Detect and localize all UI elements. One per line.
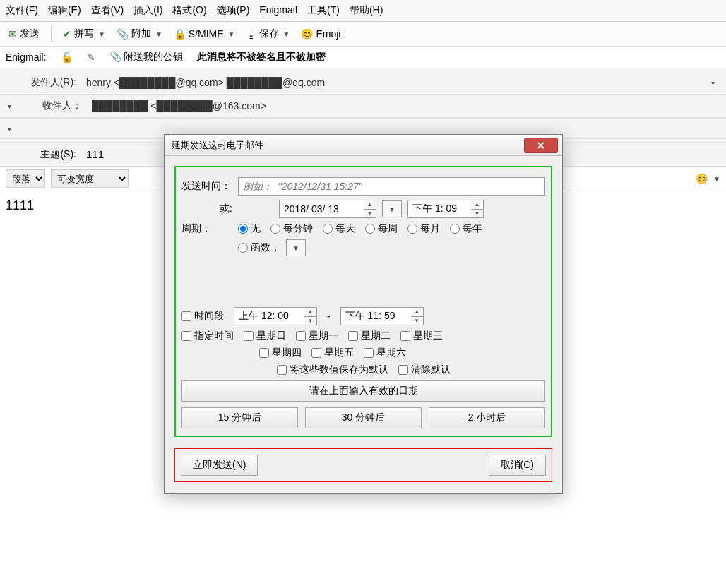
radio-per-week-input[interactable]	[365, 224, 375, 234]
checkbox-timerange-input[interactable]	[182, 311, 191, 321]
checkbox-clear-defaults-input[interactable]	[398, 365, 408, 375]
radio-none-input[interactable]	[238, 224, 248, 234]
radio-per-year-input[interactable]	[450, 224, 460, 234]
empty-recipient-value[interactable]	[89, 127, 720, 130]
time-picker[interactable]: 下午 1: 09 ▲▼	[407, 200, 484, 218]
time-spinner[interactable]: ▲▼	[471, 200, 484, 218]
checkbox-thursday[interactable]: 星期四	[259, 347, 302, 359]
enter-valid-date-button[interactable]: 请在上面输入有效的日期	[182, 380, 545, 402]
spinner-up-icon[interactable]: ▲	[304, 308, 316, 317]
send-later-dialog: 延期发送这封电子邮件 ✕ 发送时间： 或: 2018/ 03/ 13 ▲▼ ▼ …	[164, 134, 563, 494]
checkbox-friday-input[interactable]	[311, 348, 321, 358]
checkbox-clear-defaults[interactable]: 清除默认	[398, 364, 451, 376]
save-button[interactable]: ⭳ 保存 ▼	[244, 26, 293, 42]
checkbox-restrict-days[interactable]: 指定时间	[182, 330, 234, 342]
spellcheck-button[interactable]: ✔ 拼写 ▼	[60, 26, 108, 42]
spinner-up-icon[interactable]: ▲	[364, 200, 376, 210]
from-value[interactable]: henry <████████@qq.com> ████████@qq.com	[83, 76, 704, 90]
checkbox-tuesday[interactable]: 星期二	[348, 330, 391, 342]
date-picker[interactable]: 2018/ 03/ 13 ▲▼	[279, 200, 376, 218]
checkbox-save-defaults[interactable]: 将这些数值保存为默认	[277, 364, 388, 376]
font-family-select[interactable]: 可变宽度	[51, 169, 129, 188]
range-from-input[interactable]: 上午 12: 00	[234, 307, 304, 325]
checkbox-sunday-input[interactable]	[244, 331, 254, 341]
close-button[interactable]: ✕	[524, 138, 558, 153]
cancel-button[interactable]: 取消(C)	[489, 455, 546, 476]
chevron-down-icon[interactable]: ▾	[711, 79, 720, 87]
preset-15min-button[interactable]: 15 分钟后	[182, 407, 298, 428]
radio-per-month[interactable]: 每月	[407, 222, 440, 235]
checkbox-tuesday-input[interactable]	[348, 331, 358, 341]
time-input[interactable]: 下午 1: 09	[407, 200, 471, 218]
radio-per-week[interactable]: 每周	[365, 222, 398, 235]
radio-none[interactable]: 无	[238, 222, 261, 235]
menu-options[interactable]: 选项(P)	[217, 4, 250, 17]
spinner-down-icon[interactable]: ▼	[364, 210, 376, 218]
radio-per-month-input[interactable]	[407, 224, 417, 234]
pencil-icon[interactable]: ✎	[87, 52, 95, 63]
smime-button[interactable]: 🔒 S/MIME ▼	[171, 27, 238, 41]
dialog-titlebar[interactable]: 延期发送这封电子邮件 ✕	[165, 135, 562, 156]
menu-enigmail[interactable]: Enigmail	[259, 4, 297, 17]
radio-function-input[interactable]	[238, 243, 248, 253]
spinner-down-icon[interactable]: ▼	[471, 210, 483, 218]
menu-file[interactable]: 文件(F)	[6, 4, 38, 17]
menu-edit[interactable]: 编辑(E)	[48, 4, 81, 17]
checkbox-monday[interactable]: 星期一	[296, 330, 338, 342]
range-from-picker[interactable]: 上午 12: 00 ▲▼	[234, 307, 317, 325]
chevron-down-icon[interactable]: ▼	[713, 175, 720, 183]
radio-per-day-input[interactable]	[323, 224, 333, 234]
spinner-down-icon[interactable]: ▼	[411, 317, 423, 325]
to-label[interactable]: 收件人：	[20, 100, 82, 112]
chevron-down-icon[interactable]: ▾	[6, 125, 13, 133]
chevron-down-icon[interactable]: ▾	[6, 102, 13, 110]
attach-key-button[interactable]: 📎 附送我的公钥	[109, 51, 184, 64]
checkbox-wednesday[interactable]: 星期三	[400, 330, 443, 342]
spinner-up-icon[interactable]: ▲	[471, 200, 483, 210]
checkbox-thursday-input[interactable]	[259, 348, 269, 358]
checkbox-wednesday-input[interactable]	[400, 331, 410, 341]
spinner-up-icon[interactable]: ▲	[411, 308, 423, 317]
date-spinner[interactable]: ▲▼	[364, 200, 376, 218]
checkbox-save-defaults-input[interactable]	[277, 365, 287, 375]
menu-insert[interactable]: 插入(I)	[133, 4, 162, 17]
unlock-icon[interactable]: 🔓	[61, 52, 73, 63]
checkbox-friday[interactable]: 星期五	[311, 347, 354, 359]
checkbox-sunday[interactable]: 星期日	[244, 330, 286, 342]
date-input[interactable]: 2018/ 03/ 13	[279, 200, 364, 218]
preset-2hour-button[interactable]: 2 小时后	[429, 407, 545, 428]
checkbox-restrict-input[interactable]	[182, 331, 191, 341]
radio-per-minute[interactable]: 每分钟	[270, 222, 313, 235]
function-dropdown[interactable]: ▼	[286, 239, 306, 256]
date-dropdown-button[interactable]: ▼	[382, 200, 402, 217]
chevron-down-icon: ▼	[228, 30, 235, 38]
spinner-down-icon[interactable]: ▼	[304, 317, 316, 325]
to-value[interactable]: ████████ <████████@163.com>	[89, 99, 720, 113]
attach-button[interactable]: 📎 附加 ▼	[114, 26, 165, 42]
range-to-input[interactable]: 下午 11: 59	[340, 307, 411, 325]
preset-30min-button[interactable]: 30 分钟后	[305, 407, 422, 428]
send-time-input[interactable]	[238, 177, 545, 196]
checkbox-timerange[interactable]: 时间段	[182, 310, 224, 323]
checkbox-saturday-input[interactable]	[364, 348, 374, 358]
checkbox-timerange-label: 时间段	[194, 310, 224, 323]
checkbox-monday-input[interactable]	[296, 331, 306, 341]
radio-per-year[interactable]: 每年	[450, 222, 482, 235]
menu-view[interactable]: 查看(V)	[91, 4, 124, 17]
smiley-icon[interactable]: 😊	[696, 173, 708, 184]
radio-per-day[interactable]: 每天	[323, 222, 355, 235]
send-now-button[interactable]: 立即发送(N)	[181, 455, 258, 476]
radio-per-minute-input[interactable]	[270, 224, 280, 234]
range-from-spinner[interactable]: ▲▼	[304, 307, 317, 325]
radio-function[interactable]: 函数：	[238, 241, 280, 254]
checkbox-saturday[interactable]: 星期六	[364, 347, 406, 359]
range-to-picker[interactable]: 下午 11: 59 ▲▼	[340, 307, 424, 325]
menu-bar: 文件(F) 编辑(E) 查看(V) 插入(I) 格式(O) 选项(P) Enig…	[0, 0, 726, 22]
send-button[interactable]: ✉ 发送	[6, 26, 42, 42]
paragraph-style-select[interactable]: 段落	[6, 169, 45, 188]
menu-tools[interactable]: 工具(T)	[307, 4, 340, 17]
emoji-button[interactable]: 😊 Emoji	[298, 27, 343, 41]
range-to-spinner[interactable]: ▲▼	[411, 307, 424, 325]
menu-help[interactable]: 帮助(H)	[350, 4, 383, 17]
menu-format[interactable]: 格式(O)	[172, 4, 206, 17]
